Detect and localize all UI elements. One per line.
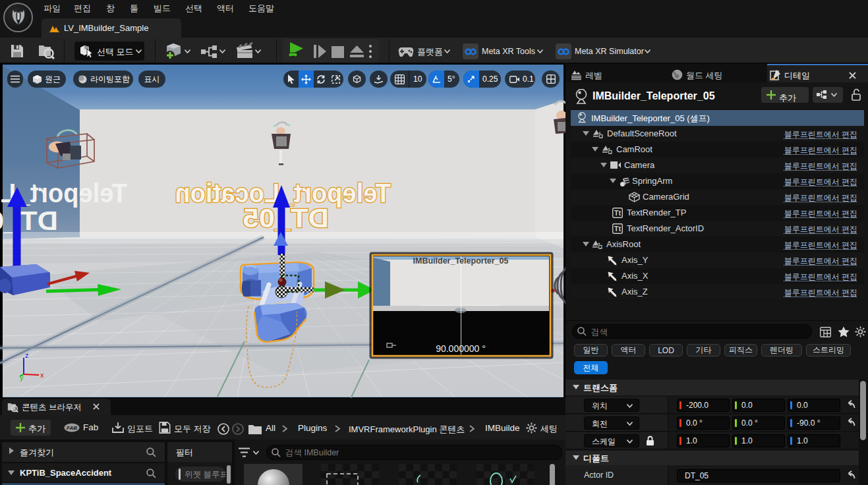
svg-text:90.000000 °: 90.000000 ° bbox=[436, 343, 486, 354]
svg-text:FAB: FAB bbox=[67, 425, 77, 431]
svg-text:y: y bbox=[20, 374, 24, 382]
svg-text:Tt: Tt bbox=[614, 225, 622, 233]
svg-text:Tt: Tt bbox=[614, 209, 622, 217]
svg-text:x: x bbox=[40, 371, 44, 379]
svg-text:IMBuilder_Teleporter_05: IMBuilder_Teleporter_05 bbox=[413, 256, 509, 266]
svg-text:DT_05: DT_05 bbox=[0, 206, 58, 236]
svg-text:z: z bbox=[25, 351, 29, 359]
